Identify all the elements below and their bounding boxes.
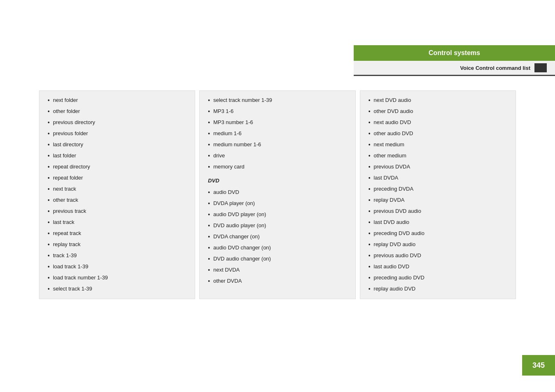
col2-post-list: audio DVD DVDA player (on) audio DVD pla… [208, 187, 347, 287]
list-item: last audio DVD [368, 261, 507, 272]
list-item: track 1-39 [48, 250, 187, 261]
list-item: select track number 1-39 [208, 95, 347, 106]
list-item: audio DVD changer (on) [208, 242, 347, 254]
list-item: next folder [48, 95, 187, 106]
list-item: audio DVD player (on) [208, 209, 347, 220]
main-content: next folder other folder previous direct… [37, 90, 518, 299]
list-item: load track 1-39 [48, 261, 187, 272]
list-item: preceding audio DVD [368, 272, 507, 284]
page-title: Control systems [354, 45, 555, 61]
list-item: next audio DVD [368, 117, 507, 128]
list-item: audio DVD [208, 187, 347, 198]
list-item: memory card [208, 161, 347, 173]
column-3: next DVD audio other DVD audio next audi… [360, 90, 516, 299]
list-item: other track [48, 195, 187, 206]
list-item: preceding DVD audio [368, 228, 507, 239]
list-item: next DVD audio [368, 95, 507, 106]
list-item: previous DVD audio [368, 206, 507, 217]
list-item: replay track [48, 239, 187, 250]
list-item: drive [208, 150, 347, 161]
list-item: replay audio DVD [368, 284, 507, 295]
col3-list: next DVD audio other DVD audio next audi… [368, 95, 507, 295]
list-item: last directory [48, 139, 187, 150]
list-item: other DVDA [208, 276, 347, 287]
list-item: previous track [48, 206, 187, 217]
list-item: replay DVD audio [368, 239, 507, 250]
col2-pre-list: select track number 1-39 MP3 1-6 MP3 num… [208, 95, 347, 173]
page-number: 345 [532, 361, 545, 370]
list-item: last DVDA [368, 173, 507, 184]
list-item: medium 1-6 [208, 128, 347, 139]
list-item: MP3 1-6 [208, 106, 347, 117]
list-item: last DVD audio [368, 217, 507, 228]
col1-list: next folder other folder previous direct… [48, 95, 187, 295]
list-item: DVDA changer (on) [208, 231, 347, 242]
list-item: previous DVDA [368, 161, 507, 173]
column-2: select track number 1-39 MP3 1-6 MP3 num… [199, 90, 355, 299]
list-item: DVD audio changer (on) [208, 254, 347, 265]
subtitle-text: Voice Control command list [460, 65, 530, 71]
column-1: next folder other folder previous direct… [39, 90, 195, 299]
list-item: next track [48, 184, 187, 195]
list-item: DVDA player (on) [208, 198, 347, 209]
list-item: other medium [368, 150, 507, 161]
header-bar: Control systems Voice Control command li… [354, 45, 555, 76]
list-item: repeat directory [48, 161, 187, 173]
list-item: previous folder [48, 128, 187, 139]
subtitle-bar: Voice Control command list [354, 61, 555, 76]
list-item: load track number 1-39 [48, 272, 187, 284]
list-item: previous directory [48, 117, 187, 128]
list-item: previous audio DVD [368, 250, 507, 261]
list-item: repeat folder [48, 173, 187, 184]
list-item: medium number 1-6 [208, 139, 347, 150]
list-item: last track [48, 217, 187, 228]
page-number-block: 345 [522, 355, 555, 376]
list-item: last folder [48, 150, 187, 161]
list-item: next DVDA [208, 265, 347, 276]
list-item: DVD audio player (on) [208, 220, 347, 231]
list-item: other DVD audio [368, 106, 507, 117]
list-item: next medium [368, 139, 507, 150]
list-item: other folder [48, 106, 187, 117]
list-item: MP3 number 1-6 [208, 117, 347, 128]
list-item: other audio DVD [368, 128, 507, 139]
subtitle-decoration [534, 63, 547, 72]
list-item: repeat track [48, 228, 187, 239]
dvd-section-label: DVD [208, 178, 347, 184]
list-item: select track 1-39 [48, 284, 187, 295]
list-item: replay DVDA [368, 195, 507, 206]
list-item: preceding DVDA [368, 184, 507, 195]
